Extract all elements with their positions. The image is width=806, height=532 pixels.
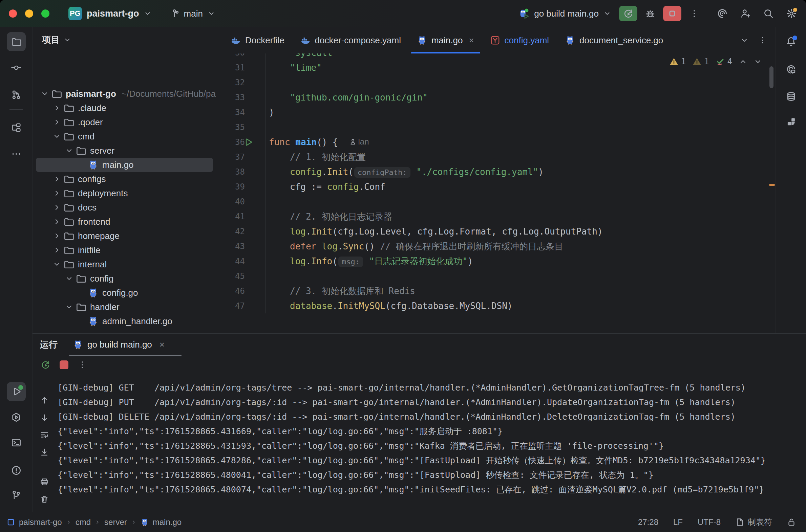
project-tool-button[interactable] [7,32,26,51]
gutter[interactable]: 43 [218,239,265,254]
gutter[interactable]: 44 [218,254,265,269]
tree-item-internal[interactable]: internal [33,257,218,271]
gutter[interactable]: 39 [218,179,265,194]
tab-options-icon[interactable] [758,36,767,44]
soft-wrap-icon[interactable] [40,431,49,439]
gutter[interactable]: 45 [218,269,265,284]
gutter[interactable]: 31 [218,60,265,75]
stop-button[interactable] [663,6,681,21]
prev-problem-icon[interactable] [739,58,747,66]
print-icon[interactable] [40,477,49,486]
tab-docker-compose-yaml[interactable]: docker-compose.yaml [293,27,409,54]
chevron-down-icon[interactable] [53,132,61,140]
vcs-update-tool-button[interactable] [7,85,26,104]
stop-process-icon[interactable] [60,360,68,369]
chevron-right-icon[interactable] [53,104,61,112]
plugin-tool-button[interactable] [782,112,801,131]
ai-chat-tool-button[interactable] [782,60,801,79]
tab-main-go[interactable]: main.go× [409,27,482,54]
chevron-down-icon[interactable] [65,303,73,311]
gutter[interactable]: 34 [218,105,265,120]
debug-button[interactable] [643,6,657,21]
run-tool-button[interactable] [7,382,26,401]
tree-item-server[interactable]: server [33,144,218,158]
chevron-right-icon[interactable] [53,232,61,240]
next-problem-icon[interactable] [754,58,762,66]
tree-item--qoder[interactable]: .qoder [33,115,218,129]
gutter[interactable]: 35 [218,120,265,135]
tab-config-yaml[interactable]: config.yaml [482,27,557,54]
more-tools-button[interactable] [7,145,26,164]
tree-item-configs[interactable]: configs [33,172,218,186]
git-tool-button[interactable] [7,486,26,505]
chevron-down-icon[interactable] [65,147,73,155]
tree-item-paismart-go[interactable]: paismart-go~/Documents/GitHub/pa [33,87,218,101]
tree-item-config-go[interactable]: config.go [33,286,218,300]
chevron-right-icon[interactable] [53,246,61,254]
project-panel-header[interactable]: 项目 [33,27,218,46]
gutter[interactable]: 33 [218,90,265,105]
gutter[interactable]: 40 [218,194,265,209]
chevron-right-icon[interactable] [53,203,61,211]
gutter[interactable]: 47 [218,299,265,314]
structure-tool-button[interactable] [7,118,26,137]
tree-item-handler[interactable]: handler [33,300,218,314]
tree-item--claude[interactable]: .claude [33,101,218,115]
chevron-right-icon[interactable] [53,189,61,197]
run-configuration-widget[interactable]: go build main.go [518,8,611,19]
tab-dockerfile[interactable]: Dockerfile [223,27,293,54]
run-tab[interactable]: go build main.go × [73,339,165,350]
tree-item-homepage[interactable]: homepage [33,229,218,243]
gutter[interactable]: 38 [218,165,265,179]
indent-style[interactable]: 制表符 [736,517,772,528]
tab-document-service-go[interactable]: document_service.go [557,27,671,54]
tree-item-admin-handler-go[interactable]: admin_handler.go [33,314,218,328]
chevron-right-icon[interactable] [53,217,61,226]
editor-scrollbar[interactable] [769,66,773,88]
notifications-tool-button[interactable] [782,32,801,51]
prev-occurrence-icon[interactable] [40,396,49,405]
settings-icon[interactable] [786,8,796,19]
zoom-window-button[interactable] [41,10,50,18]
rerun-process-icon[interactable] [41,360,50,369]
search-everywhere-icon[interactable] [763,8,773,19]
inspections-widget[interactable]: 1 1 4 [670,57,762,66]
gutter[interactable]: 46 [218,284,265,299]
close-tab-icon[interactable]: × [469,35,474,46]
gutter[interactable]: 36 [218,135,265,150]
gutter[interactable]: 32 [218,75,265,90]
chevron-down-icon[interactable] [53,260,61,268]
gutter[interactable]: 42 [218,224,265,239]
line-separator[interactable]: LF [673,517,683,527]
breadcrumb-item-paismart-go[interactable]: paismart-go [19,517,62,527]
chevron-right-icon[interactable] [53,118,61,126]
project-widget[interactable]: PG paismart-go [68,7,151,20]
chevron-down-icon[interactable] [65,274,73,283]
chevron-right-icon[interactable] [53,175,61,183]
minimize-window-button[interactable] [25,10,33,18]
run-main-icon[interactable] [243,137,253,147]
chevron-down-icon[interactable] [41,90,49,98]
gutter[interactable]: 37 [218,150,265,165]
more-run-actions-button[interactable] [688,6,701,21]
gutter[interactable]: 30 [218,54,265,60]
commit-tool-button[interactable] [7,58,26,77]
console-output[interactable]: [GIN-debug] GET /api/v1/admin/org-tags/t… [58,383,806,506]
clear-console-icon[interactable] [40,495,49,504]
rerun-button[interactable] [619,6,637,21]
tree-item-cmd[interactable]: cmd [33,129,218,144]
code-area[interactable]: 30"syscall"31"time"3233"github.com/gin-g… [218,54,775,333]
services-tool-button[interactable] [7,408,26,427]
breadcrumb-item-cmd[interactable]: cmd [75,517,91,527]
next-occurrence-icon[interactable] [40,413,49,422]
terminal-tool-button[interactable] [7,433,26,452]
breadcrumb-item-server[interactable]: server [104,517,127,527]
caret-position[interactable]: 27:28 [638,517,658,527]
ai-assistant-icon[interactable] [717,8,728,19]
hidden-tabs-icon[interactable] [740,36,748,44]
breadcrumb-item-main-go[interactable]: main.go [153,517,182,527]
scroll-to-end-icon[interactable] [40,448,49,457]
close-run-tab-icon[interactable]: × [160,339,165,350]
problems-tool-button[interactable] [7,461,26,480]
gutter[interactable]: 41 [218,209,265,224]
